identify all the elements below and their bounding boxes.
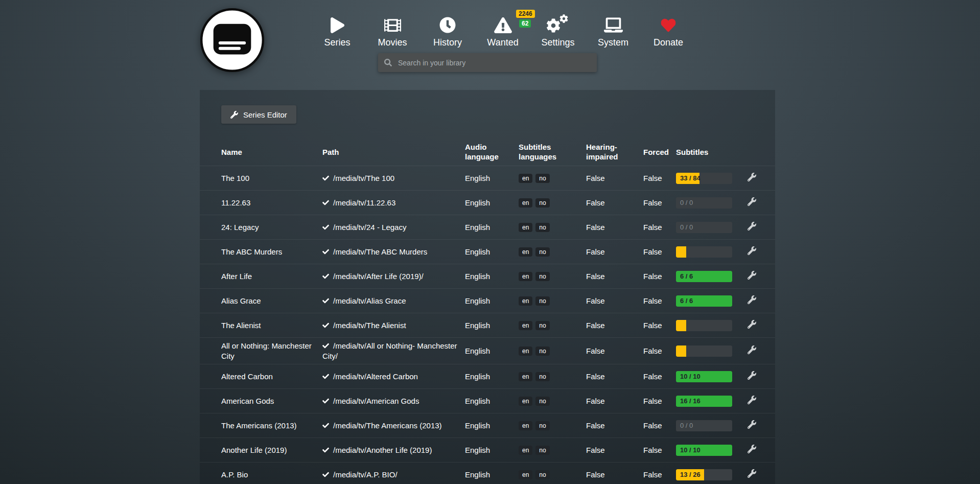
- subtitles-progress-bar: 6 / 6: [676, 295, 732, 307]
- series-path-text: /media/tv/24 - Legacy: [333, 223, 406, 232]
- series-path: /media/tv/Alias Grace: [322, 296, 465, 306]
- edit-series-wrench-icon[interactable]: [748, 445, 756, 453]
- series-name[interactable]: American Gods: [221, 396, 322, 406]
- table-row: Another Life (2019) /media/tv/Another Li…: [200, 437, 775, 462]
- check-icon: [322, 373, 329, 380]
- series-name[interactable]: The Americans (2013): [221, 421, 322, 431]
- series-path-text: /media/tv/All or Nothing- Manchester Cit…: [322, 341, 457, 360]
- nav-item-wanted[interactable]: 2246 62 Wanted: [475, 14, 530, 48]
- forced-value: False: [643, 445, 676, 455]
- series-name[interactable]: 24: Legacy: [221, 222, 322, 233]
- series-name[interactable]: A.P. Bio: [221, 470, 322, 480]
- hearing-impaired-value: False: [586, 247, 643, 257]
- language-badge: no: [535, 470, 549, 479]
- language-badge: no: [535, 372, 549, 381]
- hearing-impaired-value: False: [586, 173, 643, 183]
- series-name[interactable]: 11.22.63: [221, 198, 322, 208]
- series-name[interactable]: The 100: [221, 173, 322, 183]
- language-badge: en: [519, 421, 532, 430]
- subtitles-languages-badges: enno: [519, 272, 586, 281]
- table-row: The Americans (2013) /media/tv/The Ameri…: [200, 413, 775, 437]
- series-name[interactable]: Alias Grace: [221, 296, 322, 306]
- nav-item-movies[interactable]: Movies: [365, 14, 420, 48]
- hearing-impaired-value: False: [586, 372, 643, 382]
- subtitles-progress-bar: 6 / 6: [676, 271, 732, 282]
- series-name[interactable]: All or Nothing: Manchester City: [221, 341, 322, 361]
- subtitles-languages-badges: enno: [519, 347, 586, 356]
- nav-item-series[interactable]: Series: [310, 14, 365, 48]
- series-name[interactable]: The ABC Murders: [221, 247, 322, 257]
- nav-item-history[interactable]: History: [420, 14, 475, 48]
- audio-language-value: English: [465, 320, 519, 331]
- series-name[interactable]: Another Life (2019): [221, 445, 322, 455]
- check-icon: [322, 471, 329, 478]
- column-header-audio-language: Audio language: [465, 143, 519, 162]
- edit-series-wrench-icon[interactable]: [748, 197, 756, 206]
- check-icon: [322, 297, 329, 304]
- language-badge: en: [519, 247, 532, 257]
- edit-series-wrench-icon[interactable]: [748, 469, 756, 478]
- nav-item-donate[interactable]: Donate: [641, 14, 696, 48]
- table-body: The 100 /media/tv/The 100 English enno F…: [200, 166, 775, 484]
- edit-series-wrench-icon[interactable]: [748, 271, 756, 280]
- subtitles-languages-badges: enno: [519, 198, 586, 208]
- progress-label: 16 / 16: [680, 396, 701, 407]
- series-path: /media/tv/American Gods: [322, 396, 465, 406]
- search-input[interactable]: [397, 58, 591, 67]
- progress-label: 10 / 10: [680, 371, 701, 382]
- edit-series-wrench-icon[interactable]: [748, 371, 756, 380]
- hearing-impaired-value: False: [586, 296, 643, 306]
- language-badge: no: [535, 421, 549, 430]
- column-header-forced: Forced: [643, 148, 676, 157]
- audio-language-value: English: [465, 222, 519, 233]
- language-badge: no: [535, 296, 549, 306]
- hearing-impaired-value: False: [586, 198, 643, 208]
- column-header-path: Path: [322, 148, 465, 157]
- series-path: /media/tv/A.P. BIO/: [322, 470, 465, 480]
- language-badge: en: [519, 470, 532, 479]
- heart-icon: [660, 14, 676, 36]
- subtitles-languages-badges: enno: [519, 421, 586, 430]
- wrench-icon: [230, 111, 238, 119]
- search-icon: [384, 59, 392, 66]
- series-name[interactable]: The Alienist: [221, 320, 322, 331]
- progress-label: 10 / 10: [680, 445, 701, 456]
- edit-series-wrench-icon[interactable]: [748, 295, 756, 304]
- nav-item-system[interactable]: System: [586, 14, 641, 48]
- edit-series-wrench-icon[interactable]: [748, 246, 756, 255]
- nav-label-settings: Settings: [541, 37, 574, 48]
- column-header-subtitles-languages: Subtitles languages: [519, 143, 586, 162]
- subtitles-languages-badges: enno: [519, 397, 586, 406]
- subtitles-progress-bar: [676, 320, 732, 331]
- audio-language-value: English: [465, 372, 519, 382]
- edit-series-wrench-icon[interactable]: [748, 345, 756, 354]
- hearing-impaired-value: False: [586, 271, 643, 282]
- edit-series-wrench-icon[interactable]: [748, 320, 756, 329]
- series-name[interactable]: After Life: [221, 271, 322, 282]
- subtitles-languages-badges: enno: [519, 372, 586, 381]
- edit-series-wrench-icon[interactable]: [748, 222, 756, 231]
- series-name[interactable]: Altered Carbon: [221, 372, 322, 382]
- bazarr-logo[interactable]: [200, 8, 265, 73]
- audio-language-value: English: [465, 346, 519, 356]
- language-badge: en: [519, 296, 532, 306]
- search-bar: [378, 53, 597, 72]
- audio-language-value: English: [465, 470, 519, 480]
- series-path-text: /media/tv/American Gods: [333, 397, 419, 405]
- column-header-subtitles: Subtitles: [676, 148, 743, 157]
- language-badge: en: [519, 174, 532, 183]
- subtitles-progress-bar: 10 / 10: [676, 371, 732, 382]
- page: Series Movies History 2246 62 Wanted Set…: [0, 0, 980, 484]
- check-icon: [322, 398, 329, 404]
- table-header: Name Path Audio language Subtitles langu…: [200, 139, 775, 166]
- nav-item-settings[interactable]: Settings: [530, 14, 586, 48]
- progress-label: 33 / 84: [680, 173, 701, 184]
- check-icon: [322, 447, 329, 453]
- series-editor-button[interactable]: Series Editor: [221, 105, 296, 124]
- edit-series-wrench-icon[interactable]: [748, 396, 756, 404]
- check-icon: [322, 322, 329, 329]
- hearing-impaired-value: False: [586, 445, 643, 455]
- edit-series-wrench-icon[interactable]: [748, 420, 756, 429]
- edit-series-wrench-icon[interactable]: [748, 173, 756, 181]
- hearing-impaired-value: False: [586, 222, 643, 233]
